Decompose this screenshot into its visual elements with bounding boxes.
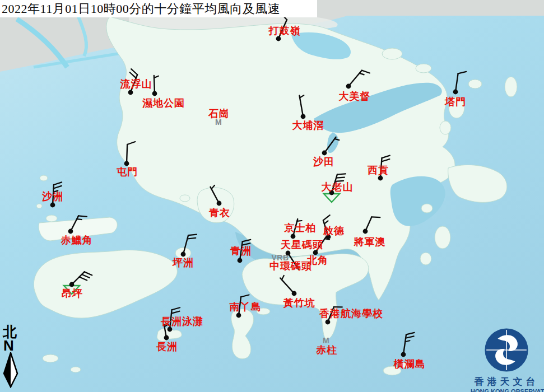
wind-barb-stem-tai-po-kau [299,96,303,116]
station-dot-tsing-yi [217,201,222,206]
station-dot-chek-lap-kok [68,229,73,234]
wind-barb-stem-peng-chau [183,235,188,254]
wind-barb-stem-tates-cairn [332,174,337,193]
wind-barb-feather-cheung-chau [165,324,169,326]
station-hk-sea-school [326,307,342,324]
wind-barb-feather-peng-chau [187,238,196,239]
station-wetland-park [152,76,159,96]
north-arrow-icon [1,352,20,388]
wind-barb-feather-tai-po-kau [300,95,304,97]
wind-barb-feather-tates-cairn [337,174,346,174]
station-kai-tak [323,215,331,239]
wind-barb-feather-wong-chuk-hang [282,276,284,280]
station-dot-cheung-chau [164,335,169,340]
station-tseung-kwan-o [363,217,380,234]
station-dot-ta-kwu-ling [276,36,281,41]
station-lau-fau-shan [128,69,138,95]
wind-barb-stem-chek-lap-kok [71,216,78,231]
station-dot-tai-po-kau [301,114,306,119]
station-dot-cheung-chau-beach [168,327,173,332]
station-star-ferry [286,251,299,269]
wind-barbs-layer [0,0,544,392]
station-tai-mei-tuk [346,71,370,89]
station-wong-chuk-hang [280,276,296,296]
wind-barb-feather-cheung-chau-beach [172,307,180,310]
wind-barb-feather-lamma-island [241,295,249,297]
station-dot-waglan-island [401,352,406,357]
station-dot-sai-kung [378,176,383,181]
wind-barb-feather-wetland-park [154,76,159,78]
station-tates-cairn [324,174,346,202]
station-kings-park [291,219,302,239]
station-tap-mun [453,72,467,95]
hko-logo-block: 香港天文台 HONG KONG OBSERVATORY [471,328,542,392]
station-dot-lau-fau-shan [128,90,133,95]
wind-barb-feather-waglan-island [406,336,414,338]
title-bar: 2022年11月01日10時00分的十分鐘平均風向及風速 [0,0,317,17]
hko-logo-name-zh: 香港天文台 [471,375,542,388]
wind-barb-feather-tai-mei-tuk [360,73,364,75]
station-green-island [238,240,251,263]
station-dot-tai-mei-tuk [346,84,351,89]
station-dot-hk-sea-school [326,320,331,325]
station-dot-tseung-kwan-o [363,229,368,234]
wind-barb-feather-tates-cairn [335,181,343,181]
wind-barb-stem-sha-tin [324,137,336,153]
wind-barb-feather-green-island [243,240,251,241]
wind-barb-feather-kai-tak [324,221,328,223]
station-chek-lap-kok [68,216,87,234]
wind-barb-stem-ta-kwu-ling [278,20,287,39]
wind-barb-stem-wong-chuk-hang [280,278,294,293]
wind-barb-feather-sha-chau [54,182,62,185]
station-dot-tates-cairn [329,190,334,195]
wind-barb-stem-tap-mun [455,73,458,92]
wind-barb-feather-peng-chau [188,235,197,236]
station-dot-sha-chau [50,203,55,208]
station-dot-kings-park [291,234,296,239]
wind-map-stage: 打鼓嶺流浮山濕地公園石崗M大美督塔門大埔滘沙田屯門西貢沙洲大老山青衣赤鱲角坪洲青… [0,0,544,392]
station-dot-tuen-mun [124,161,129,166]
wind-barb-stem-tuen-mun [127,144,127,164]
station-sha-chau [50,182,62,207]
wind-barb-stem-lamma-island [239,297,241,315]
wind-barb-feather-green-island [242,243,250,245]
north-compass: 北 N [1,325,24,390]
station-tuen-mun [124,142,136,166]
wind-barb-feather-kings-park [297,221,301,221]
wind-barb-feather-tates-cairn [336,178,345,178]
station-dot-wong-chuk-hang [292,291,297,296]
station-waglan-island [401,333,415,357]
wind-barb-feather-sha-chau [54,186,62,189]
station-dot-sha-tin [322,151,327,156]
wind-barb-stem-green-island [240,241,243,260]
station-lamma-island [236,295,249,318]
wind-barb-feather-tai-mei-tuk [362,71,370,73]
wind-barb-feather-cheung-chau-beach [171,311,179,314]
station-dot-peng-chau [181,252,186,257]
wind-barb-stem-cheung-chau-beach [170,310,172,329]
station-cheung-chau-beach [168,307,180,332]
station-dot-green-island [238,258,243,263]
station-dot-north-point [313,250,318,255]
wind-barb-feather-tseung-kwan-o [371,217,380,217]
wind-barb-feather-tsing-yi [211,185,215,189]
wind-barb-feather-ngong-ping [85,272,92,275]
wind-barb-feather-chek-lap-kok [77,219,81,220]
wind-barb-feather-tap-mun [458,72,467,73]
station-sai-kung [378,156,390,181]
wind-barb-feather-sha-tin [334,139,339,140]
station-tai-po-kau [299,95,305,119]
wind-barb-feather-chek-lap-kok [78,216,87,217]
station-ta-kwu-ling [276,14,287,41]
compass-label-en: N [1,339,24,352]
hko-logo-name-en: HONG KONG OBSERVATORY [471,388,542,392]
station-dot-wetland-park [152,91,157,96]
station-dot-ngong-ping [69,282,75,287]
wind-barb-feather-waglan-island [406,333,415,334]
wind-barb-feather-ngong-ping [79,277,87,281]
wind-barb-feather-ngong-ping [82,274,90,278]
station-dot-star-ferry [286,251,291,256]
wind-barb-stem-star-ferry [288,253,299,269]
station-cheung-chau [164,324,169,340]
wind-barb-feather-tuen-mun [127,142,135,144]
